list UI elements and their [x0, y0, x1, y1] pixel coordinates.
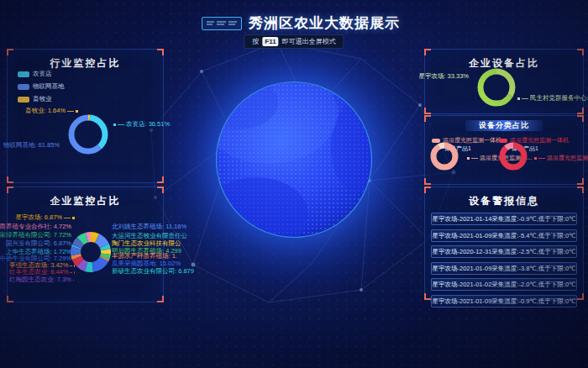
corner-decoration — [577, 49, 584, 55]
pie-callout-label: 星宇农场: 6.87% — [9, 214, 75, 221]
legend-label: 物联网基地 — [33, 82, 65, 91]
alarm-row: 星宇农场-2020-12-31采集温度:-2.5℃,低于下限:0℃ — [431, 245, 577, 258]
alarm-row: 星宇农场-2021-01-14采集温度:-0.9℃,低于下限:0℃ — [431, 213, 577, 225]
corner-decoration — [424, 49, 431, 55]
alarm-row: 星宇农场-2021-01-09采集温度:-5.4℃,低于下限:0℃ — [431, 229, 577, 242]
globe-visualization — [168, 34, 420, 286]
page-title: 秀洲区农业大数据展示 — [249, 13, 400, 33]
alarm-row: 星宇农场-2021-01-09采集温度:-0.9℃,低于下限:0℃ — [431, 295, 577, 308]
enterprise-monitor-pie-chart[interactable] — [64, 225, 118, 279]
panel-title-industry: 行业监控占比 — [8, 50, 163, 71]
corner-decoration — [424, 178, 431, 185]
title-row: 秀洲区农业大数据展示 — [7, 13, 588, 33]
device-category-right-donut[interactable] — [496, 139, 530, 173]
legend-swatch — [18, 71, 29, 77]
panel-enterprise-monitor: 企业监控占比 星宇农场: 6.87%彩虹雨养殖专业合作社: 4.72%家绿养殖有… — [7, 187, 164, 302]
pie-callout-label: 星宇农场: 33.33% — [427, 73, 472, 80]
legend-item[interactable]: 农资店 — [18, 70, 65, 78]
dashboard-root: 秀洲区农业大数据展示 按 F11 即可退出全屏模式 行业监控占比 农资店物联网基… — [0, 0, 588, 368]
corner-decoration — [577, 108, 584, 114]
panel-industry-monitor: 行业监控占比 农资店物联网基地畜牧业 畜牧业: 1.64% 农资店: 36.51… — [7, 49, 164, 183]
corner-decoration — [157, 176, 164, 183]
pie-callout-label: 物联网基地: 61.85% — [9, 142, 63, 149]
brand-logo — [202, 17, 242, 30]
corner-decoration — [7, 49, 13, 55]
industry-donut-chart[interactable] — [61, 108, 115, 161]
header: 秀洲区农业大数据展示 按 F11 即可退出全屏模式 — [0, 0, 588, 47]
corner-decoration — [424, 108, 431, 114]
corner-decoration — [424, 293, 431, 300]
hint-prefix: 按 — [252, 37, 259, 46]
hint-suffix: 即可退出全屏模式 — [282, 37, 336, 46]
corner-decoration — [424, 187, 431, 193]
corner-decoration — [577, 293, 584, 300]
alarm-row: 星宇农场-2021-01-02采集温度:-2.0℃,低于下限:0℃ — [431, 278, 577, 291]
panel-title-alarms: 设备警报信息 — [425, 187, 583, 208]
device-category-left-donut[interactable] — [428, 139, 461, 173]
panel-device-alarms: 设备警报信息 星宇农场-2021-01-14采集温度:-0.9℃,低于下限:0℃… — [424, 187, 584, 300]
pie-callout-label: 民主村党群服务中心: — [517, 95, 588, 102]
f11-key: F11 — [262, 37, 278, 46]
legend-item[interactable]: 畜牧业 — [18, 95, 65, 103]
pie-callout-label: 农资店: 36.51% — [113, 121, 170, 128]
panel-enterprise-device: 企业设备占比 星宇农场: 33.33% 民主村党群服务中心: — [424, 49, 584, 114]
corner-decoration — [577, 115, 584, 122]
legend-label: 农资店 — [33, 70, 52, 78]
panel-device-category: 设备分类占比 温湿度光照监测一体机 一体机产品1 温湿度光照监测一... 温湿度… — [424, 115, 584, 185]
enterprise-device-donut-chart[interactable] — [473, 64, 520, 111]
corner-decoration — [157, 49, 164, 55]
brand-logo-glyphs — [206, 20, 238, 27]
corner-decoration — [7, 176, 13, 183]
panel-title-device-category: 设备分类占比 — [465, 120, 543, 131]
corner-decoration — [577, 187, 584, 193]
legend-swatch — [18, 84, 29, 90]
industry-chart-legend: 农资店物联网基地畜牧业 — [18, 70, 65, 103]
legend-swatch — [18, 97, 29, 103]
fullscreen-hint: 按 F11 即可退出全屏模式 — [244, 34, 344, 49]
corner-decoration — [424, 115, 431, 122]
legend-label: 畜牧业 — [33, 95, 52, 103]
alarm-list: 星宇农场-2021-01-14采集温度:-0.9℃,低于下限:0℃星宇农场-20… — [425, 213, 583, 308]
corner-decoration — [577, 178, 584, 185]
legend-item[interactable]: 物联网基地 — [18, 82, 65, 91]
alarm-row: 星宇农场-2021-01-09采集温度:-3.8℃,低于下限:0℃ — [431, 262, 577, 275]
pie-callout-label: 温湿度光照监测一... — [534, 155, 588, 161]
